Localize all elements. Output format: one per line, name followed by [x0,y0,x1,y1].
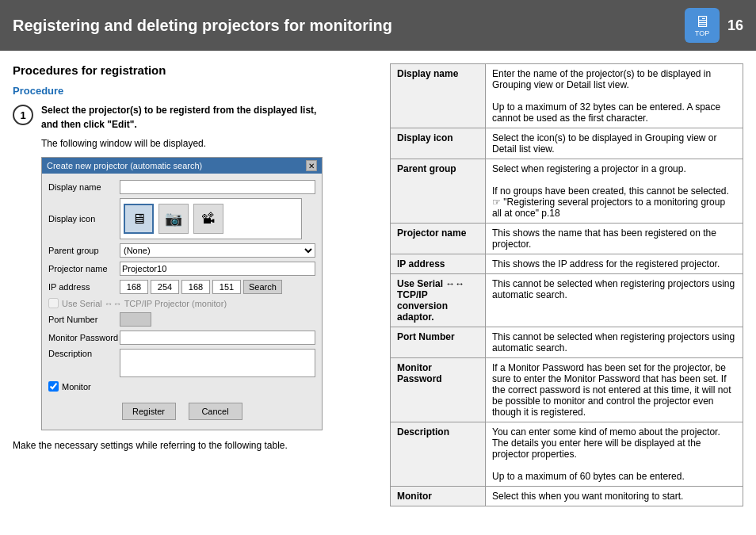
ip-inputs: Search [120,280,282,294]
projector-name-input[interactable] [120,262,315,276]
serial-checkbox-label: Use Serial ↔↔ TCP/IP Projector (monitor) [62,299,227,308]
table-row: Use Serial ↔↔ TCP/IP conversion adaptor.… [391,274,743,327]
monitor-password-label: Monitor Password [48,333,120,342]
table-field-label: Display icon [391,128,486,159]
procedure-label: Procedure [13,85,377,97]
description-row: Description [48,349,315,377]
ip-search-button[interactable]: Search [243,280,282,294]
table-field-desc: If a Monitor Password has been set for t… [486,358,743,422]
dialog-titlebar: Create new projector (automatic search) … [42,158,322,174]
step1-text: Select the projector(s) to be registerd … [41,103,316,132]
section-heading: Procedures for registration [13,63,377,77]
ip-octet-2[interactable] [151,280,179,294]
table-field-desc: This cannot be selected when registering… [486,274,743,327]
right-column: Display nameEnter the name of the projec… [390,63,743,506]
table-field-label: Projector name [391,224,486,254]
table-row: MonitorSelect this when you want monitor… [391,487,743,506]
table-field-label: Display name [391,64,486,128]
icon-picker[interactable]: 🖥 📷 📽 [120,198,302,239]
ip-octet-3[interactable] [181,280,210,294]
top-icon: 🖥 TOP [685,8,720,43]
table-row: Monitor PasswordIf a Monitor Password ha… [391,358,743,422]
ip-address-row: IP address Search [48,280,315,294]
table-field-desc: Select when registering a projector in a… [486,159,743,224]
port-number-input[interactable] [120,312,151,327]
monitor-checkbox-row: Monitor [48,381,315,392]
table-row: Port NumberThis cannot be selected when … [391,327,743,358]
table-field-desc: You can enter some kind of memo about th… [486,422,743,487]
step1-sub: The following window will be displayed. [41,138,377,149]
bottom-note: Make the necessary settings while referr… [13,440,377,451]
table-field-desc: Select this when you want monitoring to … [486,487,743,506]
serial-checkbox-row: Use Serial ↔↔ TCP/IP Projector (monitor) [48,298,315,308]
table-field-label: Description [391,422,486,487]
parent-group-select[interactable]: (None) [120,243,315,258]
main-content: Procedures for registration Procedure 1 … [0,51,756,519]
serial-checkbox[interactable] [48,298,59,308]
table-row: Display iconSelect the icon(s) to be dis… [391,128,743,159]
table-field-label: Port Number [391,327,486,358]
page-number: 16 [727,17,743,34]
port-number-row: Port Number [48,312,315,327]
monitor-checkbox[interactable] [48,381,59,392]
icon-item-2[interactable]: 📷 [158,204,189,234]
table-field-label: Use Serial ↔↔ TCP/IP conversion adaptor. [391,274,486,327]
table-field-desc: This shows the IP address for the regist… [486,254,743,274]
dialog-close-button[interactable]: ✕ [306,160,317,171]
step1-container: 1 Select the projector(s) to be register… [13,103,377,132]
monitor-icon: 🖥 [694,13,710,29]
page-title: Registering and deleting projectors for … [13,17,392,35]
display-icon-row: Display icon 🖥 📷 📽 [48,198,315,239]
table-row: Parent groupSelect when registering a pr… [391,159,743,224]
display-name-input[interactable] [120,180,315,194]
display-name-row: Display name [48,180,315,194]
parent-group-label: Parent group [48,246,120,255]
create-projector-dialog: Create new projector (automatic search) … [41,157,323,430]
cancel-button[interactable]: Cancel [189,403,242,420]
projector-name-label: Projector name [48,264,120,273]
monitor-checkbox-label: Monitor [62,382,91,392]
step-number: 1 [13,105,33,125]
display-icon-label: Display icon [48,214,120,224]
icon-item-selected[interactable]: 🖥 [124,204,154,234]
table-field-desc: Enter the name of the projector(s) to be… [486,64,743,128]
page-header: Registering and deleting projectors for … [0,0,756,51]
ip-octet-1[interactable] [120,280,148,294]
left-column: Procedures for registration Procedure 1 … [13,63,377,506]
display-name-label: Display name [48,182,120,192]
table-field-label: Monitor Password [391,358,486,422]
header-right: 🖥 TOP 16 [685,8,743,43]
port-number-label: Port Number [48,315,120,324]
ip-address-label: IP address [48,282,120,292]
register-button[interactable]: Register [122,403,176,420]
dialog-body: Display name Display icon 🖥 📷 📽 Parent g… [42,174,322,430]
table-field-desc: Select the icon(s) to be displayed in Gr… [486,128,743,159]
table-row: IP addressThis shows the IP address for … [391,254,743,274]
dialog-footer: Register Cancel [48,398,315,423]
table-field-desc: This shows the name that has been regist… [486,224,743,254]
table-field-label: Parent group [391,159,486,224]
description-label: Description [48,349,120,358]
top-label: TOP [695,29,709,37]
table-field-label: IP address [391,254,486,274]
table-row: Projector nameThis shows the name that h… [391,224,743,254]
table-row: Display nameEnter the name of the projec… [391,64,743,128]
table-field-label: Monitor [391,487,486,506]
description-textarea[interactable] [120,349,315,377]
monitor-password-row: Monitor Password [48,331,315,345]
ip-octet-4[interactable] [212,280,241,294]
icon-item-3[interactable]: 📽 [193,204,223,234]
projector-name-row: Projector name [48,262,315,276]
table-field-desc: This cannot be selected when registering… [486,327,743,358]
dialog-title: Create new projector (automatic search) [47,161,202,170]
info-table: Display nameEnter the name of the projec… [390,63,743,506]
monitor-password-input[interactable] [120,331,315,345]
parent-group-row: Parent group (None) [48,243,315,258]
table-row: DescriptionYou can enter some kind of me… [391,422,743,487]
